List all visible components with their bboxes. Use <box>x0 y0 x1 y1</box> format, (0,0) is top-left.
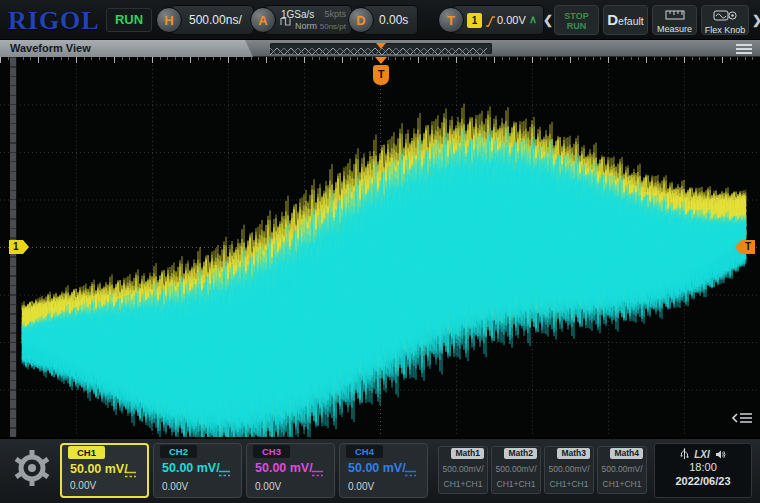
delay-value: 0.00s <box>379 13 408 27</box>
view-tab-bar: Waveform View <box>0 40 760 57</box>
trigger-position-arrow-icon <box>375 57 387 64</box>
gear-icon <box>10 443 54 493</box>
menu-collapse-icon[interactable] <box>732 411 754 429</box>
math1-expression: CH1+CH1 <box>439 479 487 489</box>
math1-label[interactable]: Math1 <box>451 448 484 459</box>
ch1-scale-value: 50.00 mV/ <box>70 462 128 476</box>
ch3-offset-value: 0.00V <box>255 481 281 492</box>
ch2-offset-value: 0.00V <box>162 481 188 492</box>
math4-label[interactable]: Math4 <box>610 448 643 459</box>
math2-scale-value: 500.00mV/ <box>492 464 540 474</box>
toolbar-scroll-left-icon[interactable]: ❮ <box>543 13 553 27</box>
ch3-label[interactable]: CH3 <box>253 445 290 458</box>
dc-coupling-icon <box>124 465 137 483</box>
math4-scale-value: 500.00mV/ <box>598 464 646 474</box>
math3-expression: CH1+CH1 <box>545 479 593 489</box>
settings-button[interactable] <box>8 443 56 499</box>
math2-label[interactable]: Math2 <box>504 448 537 459</box>
trigger-position-indicator[interactable]: T <box>371 57 391 85</box>
flex-knob-label: Flex Knob <box>702 25 748 35</box>
trigger-settings-group[interactable]: T 1 0.00V ∧ <box>452 5 544 35</box>
math2-expression: CH1+CH1 <box>492 479 540 489</box>
ch2-status-box[interactable]: CH2 50.00 mV/ 0.00V <box>153 443 242 498</box>
default-button[interactable]: Default <box>603 5 648 35</box>
trigger-coupling-icon: ∧ <box>529 13 537 26</box>
waveform-display[interactable]: T 1 T <box>0 57 760 437</box>
default-label: Default <box>604 6 647 35</box>
ch2-label[interactable]: CH2 <box>160 445 197 458</box>
trigger-level-value: 0.00V <box>497 14 526 26</box>
stop-run-label-line2: RUN <box>555 21 598 31</box>
waveform-canvas[interactable] <box>0 57 760 437</box>
oscilloscope-screen: RIGOL RUN H 500.00ns/ A 1GSa/s 5kpts Nor… <box>0 0 760 503</box>
ch4-offset-value: 0.00V <box>348 481 374 492</box>
dc-coupling-icon <box>218 464 231 482</box>
run-status-badge[interactable]: RUN <box>106 8 152 32</box>
lxi-badge: LXI <box>694 449 710 460</box>
ch2-scale-value: 50.00 mV/ <box>162 461 220 475</box>
memory-overview-bar[interactable] <box>270 43 492 54</box>
rising-slope-icon <box>485 14 496 32</box>
flex-knob-icon <box>713 10 737 21</box>
math4-status-box[interactable]: Math4 500.00mV/ CH1+CH1 <box>597 446 647 494</box>
math1-scale-value: 500.00mV/ <box>439 464 487 474</box>
timebase-value: 500.00ns/ <box>189 13 242 27</box>
ch1-label[interactable]: CH1 <box>68 446 105 459</box>
trigger-knob-icon[interactable]: T <box>438 7 464 33</box>
square-wave-icon <box>280 12 291 30</box>
memory-depth-value: 5kpts <box>324 9 346 19</box>
dc-coupling-icon <box>404 464 417 482</box>
ch4-scale-value: 50.00 mV/ <box>348 461 406 475</box>
stop-run-button[interactable]: STOP RUN <box>554 5 599 35</box>
ch3-status-box[interactable]: CH3 50.00 mV/ 0.00V <box>246 443 335 498</box>
math3-status-box[interactable]: Math3 500.00mV/ CH1+CH1 <box>544 446 594 494</box>
top-status-bar: RIGOL RUN H 500.00ns/ A 1GSa/s 5kpts Nor… <box>0 0 760 40</box>
dc-coupling-icon <box>311 464 324 482</box>
resolution-value: 50ns/pt <box>320 22 346 31</box>
acquire-knob-icon[interactable]: A <box>250 7 276 33</box>
stop-run-label-line1: STOP <box>555 11 598 21</box>
ch4-status-box[interactable]: CH4 50.00 mV/ 0.00V <box>339 443 428 498</box>
channel-status-bar: CH1 50.00 mV/ 0.00V CH2 50.00 mV/ 0.00V … <box>0 437 760 503</box>
horizontal-knob-icon[interactable]: H <box>156 7 182 33</box>
overview-trigger-position-icon[interactable] <box>376 43 386 49</box>
rigol-logo: RIGOL <box>8 6 100 36</box>
measure-label: Measure <box>653 24 696 34</box>
system-status-box[interactable]: LXI 18:00 2022/06/23 <box>654 443 752 498</box>
delay-knob-icon[interactable]: D <box>348 7 374 33</box>
math1-status-box[interactable]: Math1 500.00mV/ CH1+CH1 <box>438 446 488 494</box>
math3-label[interactable]: Math3 <box>557 448 590 459</box>
measure-icon <box>665 10 685 20</box>
math4-expression: CH1+CH1 <box>598 479 646 489</box>
math2-status-box[interactable]: Math2 500.00mV/ CH1+CH1 <box>491 446 541 494</box>
flex-knob-button[interactable]: Flex Knob <box>701 5 749 35</box>
clock-time: 18:00 <box>655 460 751 474</box>
clock-date: 2022/06/23 <box>655 474 751 488</box>
delay-settings-group[interactable]: D 0.00s <box>362 5 418 35</box>
acquire-mode-value: Norm <box>295 21 317 31</box>
ch4-label[interactable]: CH4 <box>346 445 383 458</box>
usb-icon <box>680 448 689 460</box>
toolbar-scroll-right-icon[interactable]: ❯ <box>752 13 760 27</box>
horizontal-settings-group[interactable]: H 500.00ns/ <box>170 5 254 35</box>
math3-scale-value: 500.00mV/ <box>545 464 593 474</box>
ch1-status-box[interactable]: CH1 50.00 mV/ 0.00V <box>60 443 149 498</box>
ch1-offset-value: 0.00V <box>70 480 96 491</box>
trigger-source-badge: 1 <box>467 13 482 28</box>
tab-menu-icon[interactable] <box>736 44 752 54</box>
tab-waveform-view[interactable]: Waveform View <box>0 40 253 57</box>
ch3-scale-value: 50.00 mV/ <box>255 461 313 475</box>
measure-button[interactable]: Measure <box>652 5 697 35</box>
trigger-position-label: T <box>373 65 389 85</box>
acquire-settings-group[interactable]: A 1GSa/s 5kpts Norm 50ns/pt <box>264 5 352 35</box>
speaker-icon <box>715 449 726 460</box>
